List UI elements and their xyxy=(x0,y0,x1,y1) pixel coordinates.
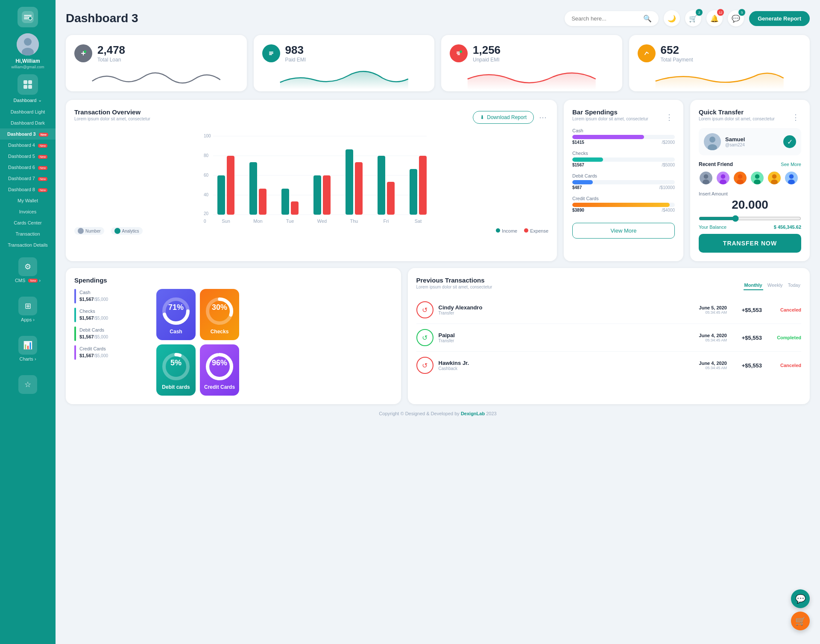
quick-transfer-title: Quick Transfer xyxy=(699,108,775,116)
sidebar-dashboard-label[interactable]: Dashboard ⌄ xyxy=(14,97,42,103)
sidebar-item-dashboard-dark[interactable]: Dashboard Dark xyxy=(0,117,56,128)
tab-monthly[interactable]: Monthly xyxy=(744,281,763,290)
moon-icon-btn[interactable]: 🌙 xyxy=(664,10,680,26)
search-icon[interactable]: 🔍 xyxy=(643,15,652,23)
cms-label[interactable]: CMS New › xyxy=(15,278,41,283)
svg-text:100: 100 xyxy=(204,134,211,138)
previous-transactions-card: Previous Transactions Lorem ipsum dolor … xyxy=(408,268,810,404)
sidebar-item-dashboard7[interactable]: Dashboard 7 New xyxy=(0,173,56,184)
stat-total-payment: 652 Total Payment xyxy=(629,35,810,91)
donut-debit: 5% Debit cards xyxy=(156,344,196,396)
friend-avatar-2[interactable] xyxy=(716,171,730,185)
fab-area: 💬 🛒 xyxy=(791,589,810,630)
quick-transfer-card: Quick Transfer Lorem ipsum dolor sit ame… xyxy=(690,100,810,261)
sidebar-item-cardscenter[interactable]: Cards Center xyxy=(0,217,56,228)
tx-icon-3: ↺ xyxy=(416,357,433,374)
paid-emi-wave xyxy=(262,66,426,90)
svg-text:Thu: Thu xyxy=(350,219,358,224)
quick-transfer-menu-button[interactable]: ⋮ xyxy=(790,113,801,122)
see-more-link[interactable]: See More xyxy=(781,162,801,167)
svg-rect-33 xyxy=(217,175,225,215)
bell-icon-btn[interactable]: 🔔 12 xyxy=(706,10,723,26)
total-loan-wave xyxy=(74,66,238,90)
svg-text:Sat: Sat xyxy=(415,219,422,224)
charts-icon-btn[interactable]: 📊 xyxy=(18,336,37,355)
cms-icon-btn[interactable]: ⚙ xyxy=(18,257,37,276)
svg-point-54 xyxy=(721,174,726,179)
sidebar-item-dashboard3[interactable]: Dashboard 3 New xyxy=(0,128,56,140)
view-more-button[interactable]: View More xyxy=(572,223,675,239)
cart-icon: 🛒 xyxy=(689,15,697,23)
svg-text:Fri: Fri xyxy=(384,219,389,224)
svg-rect-34 xyxy=(227,156,234,215)
apps-icon-btn[interactable]: ⊞ xyxy=(18,297,37,315)
svg-text:20: 20 xyxy=(204,211,209,216)
donut-grid: 71% Cash 30% Checks xyxy=(156,289,239,396)
donut-cash: 71% Cash xyxy=(156,289,196,340)
stat-unpaid-emi: 1,256 Unpaid EMI xyxy=(441,35,622,91)
sidebar-logo[interactable] xyxy=(18,7,38,27)
sidebar-item-dashboard4[interactable]: Dashboard 4 New xyxy=(0,140,56,151)
tx-icon-1: ↺ xyxy=(416,301,433,318)
tab-today[interactable]: Today xyxy=(787,281,801,290)
sidebar-item-transaction[interactable]: Transaction xyxy=(0,228,56,239)
friend-avatar-1[interactable] xyxy=(699,171,713,185)
svg-point-3 xyxy=(24,38,32,46)
amount-slider[interactable] xyxy=(699,215,801,222)
transfer-now-button[interactable]: TRANSFER NOW xyxy=(699,234,801,253)
bar-spendings-menu-button[interactable]: ⋮ xyxy=(664,113,675,122)
main-content: Dashboard 3 🔍 🌙 🛒 2 🔔 12 💬 5 Generate Re… xyxy=(56,0,820,644)
svg-text:Mon: Mon xyxy=(253,219,262,224)
avatar xyxy=(17,33,39,55)
favorites-icon-btn[interactable]: ☆ xyxy=(18,375,37,394)
tab-weekly[interactable]: Weekly xyxy=(767,281,784,290)
svg-rect-40 xyxy=(323,175,331,215)
transfer-user-handle: @sam224 xyxy=(725,143,745,147)
svg-point-48 xyxy=(709,137,715,143)
friend-avatar-3[interactable] xyxy=(733,171,747,185)
analytics-toggle[interactable]: Analytics xyxy=(111,227,143,235)
svg-point-64 xyxy=(771,180,778,185)
spending-row-cash: Cash $1415 /$2000 xyxy=(572,128,675,145)
svg-point-51 xyxy=(704,174,709,179)
tx-icon-2: ↺ xyxy=(416,329,433,346)
svg-rect-36 xyxy=(259,189,266,215)
sidebar-item-dashboard8[interactable]: Dashboard 8 New xyxy=(0,184,56,195)
stat-paid-emi: 983 Paid EMI xyxy=(254,35,435,91)
spendings-card: Spendings Cash $1,567/$5,000 Checks xyxy=(66,268,401,404)
sidebar-item-mywallet[interactable]: My Wallet xyxy=(0,195,56,206)
support-fab-button[interactable]: 💬 xyxy=(791,589,810,608)
spendings-debit-row: Debit Cards $1,567/$5,000 xyxy=(74,326,143,341)
generate-report-button[interactable]: Generate Report xyxy=(749,11,810,26)
tx-date-2: June 4, 2020 05:34:45 AM xyxy=(699,333,727,342)
friend-avatar-4[interactable] xyxy=(750,171,764,185)
bar-chart-svg: 100 80 60 40 20 0 Sun Mon Tue Wed xyxy=(74,130,548,224)
sidebar-item-dashboard5[interactable]: Dashboard 5 New xyxy=(0,151,56,162)
friend-avatar-5[interactable] xyxy=(767,171,782,185)
sidebar-item-invoices[interactable]: Invoices xyxy=(0,206,56,217)
bell-badge: 12 xyxy=(717,9,724,16)
cart-fab-button[interactable]: 🛒 xyxy=(791,612,810,630)
charts-label[interactable]: Charts › xyxy=(19,356,36,361)
friend-avatar-6[interactable] xyxy=(784,171,799,185)
transaction-menu-button[interactable]: ⋯ xyxy=(537,113,548,122)
balance-row: Your Balance $ 456,345.62 xyxy=(699,224,801,230)
donut-checks-pct: 30% xyxy=(212,303,227,312)
svg-rect-42 xyxy=(355,162,363,215)
spendings-title: Spendings xyxy=(74,277,392,284)
sidebar-item-transactiondetails[interactable]: Transaction Details xyxy=(0,239,56,251)
sidebar-item-dashboard-light[interactable]: Dashboard Light xyxy=(0,106,56,117)
apps-label[interactable]: Apps › xyxy=(21,317,35,322)
total-payment-label: Total Payment xyxy=(661,57,693,63)
download-report-button[interactable]: ⬇ Download Report xyxy=(473,111,534,124)
cart-badge: 2 xyxy=(696,9,703,16)
cart-icon-btn[interactable]: 🛒 2 xyxy=(685,10,701,26)
search-input[interactable] xyxy=(571,15,640,22)
prev-tx-header: Previous Transactions Lorem ipsum dolor … xyxy=(416,277,801,294)
spending-row-credit: Credit Cards $3890 /$4000 xyxy=(572,196,675,213)
spendings-list: Cash $1,567/$5,000 Checks $1,567/$5,000 xyxy=(74,289,143,396)
paid-emi-icon xyxy=(262,44,280,62)
sidebar-item-dashboard6[interactable]: Dashboard 6 New xyxy=(0,162,56,173)
number-toggle[interactable]: Number xyxy=(74,227,104,235)
chat-icon-btn[interactable]: 💬 5 xyxy=(728,10,744,26)
